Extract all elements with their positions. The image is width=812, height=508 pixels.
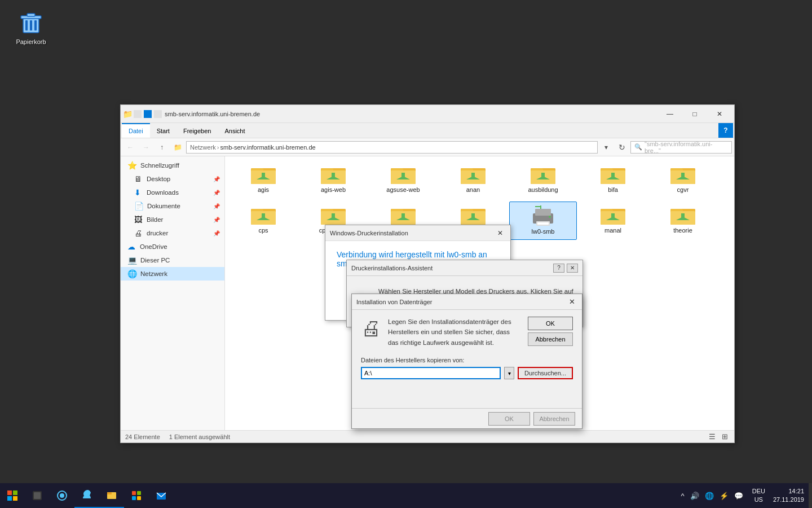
tray-arrow[interactable]: ^ bbox=[680, 491, 686, 501]
file-label-manal: manal bbox=[604, 227, 621, 234]
da-close-button[interactable]: ✕ bbox=[567, 264, 578, 273]
refresh-button[interactable]: ↻ bbox=[615, 140, 629, 155]
view-details-button[interactable]: ☰ bbox=[707, 432, 717, 442]
desktop-pin: 📌 bbox=[213, 176, 220, 182]
title-bar-icon-2 bbox=[144, 110, 152, 118]
dokumente-pin: 📌 bbox=[213, 203, 220, 209]
tray-battery[interactable]: ⚡ bbox=[718, 491, 730, 501]
file-item-anan[interactable]: anan bbox=[439, 161, 507, 199]
search-box[interactable]: 🔍 "smb-serv.informatik.uni-bre..." bbox=[630, 141, 732, 154]
file-item-bifa[interactable]: bifa bbox=[579, 161, 647, 199]
file-label-ausbildung: ausbildung bbox=[528, 186, 558, 194]
file-item-manal[interactable]: manal bbox=[579, 202, 647, 240]
window-title: smb-serv.informatik.uni-bremen.de bbox=[165, 111, 657, 117]
view-large-button[interactable]: ⊞ bbox=[720, 432, 730, 442]
clock-time: 14:21 bbox=[773, 487, 804, 496]
folder-button[interactable]: 📁 bbox=[170, 140, 185, 155]
dt-abbrechen-button[interactable]: Abbrechen bbox=[528, 332, 573, 346]
da-title-text: Druckerinstallations-Assistent bbox=[351, 265, 553, 271]
close-button[interactable]: ✕ bbox=[707, 105, 732, 123]
sidebar-item-onedrive[interactable]: ☁ OneDrive bbox=[121, 240, 224, 253]
svg-rect-65 bbox=[401, 213, 405, 220]
svg-rect-53 bbox=[262, 213, 265, 220]
search-icon: 🔍 bbox=[634, 143, 642, 151]
dt-path-input[interactable] bbox=[361, 367, 501, 379]
up-button[interactable]: ↑ bbox=[155, 140, 169, 155]
help-button[interactable]: ? bbox=[718, 123, 733, 138]
svg-rect-29 bbox=[471, 173, 475, 179]
sidebar-item-netzwerk[interactable]: 🌐 Netzwerk bbox=[121, 267, 224, 281]
minimize-button[interactable]: — bbox=[657, 105, 682, 123]
dt-close-button[interactable]: ✕ bbox=[566, 296, 577, 308]
file-item-cps[interactable]: cps bbox=[230, 202, 297, 240]
taskbar-explorer-button[interactable] bbox=[99, 483, 124, 508]
dropdown-button[interactable]: ▾ bbox=[599, 140, 614, 155]
svg-rect-23 bbox=[401, 173, 405, 179]
sidebar-item-bilder[interactable]: 🖼 Bilder 📌 bbox=[121, 213, 224, 226]
dt-desc-text: Legen Sie den Installationsdatenträger d… bbox=[388, 317, 521, 348]
dt-bottom-section: Dateien des Herstellers kopieren von: ▾ … bbox=[361, 357, 573, 379]
path-server: smb-serv.informatik.uni-bremen.de bbox=[220, 144, 316, 151]
dieserpc-icon: 💻 bbox=[127, 256, 137, 265]
taskbar-mail-button[interactable] bbox=[149, 483, 174, 508]
taskbar-cortana-button[interactable] bbox=[50, 483, 74, 508]
status-selected: 1 Element ausgewählt bbox=[169, 433, 230, 440]
onedrive-icon: ☁ bbox=[127, 242, 136, 251]
taskbar-tray: ^ 🔊 🌐 ⚡ 💬 bbox=[676, 483, 749, 508]
taskbar-search-button[interactable] bbox=[25, 483, 50, 508]
file-item-theorie[interactable]: theorie bbox=[649, 202, 717, 240]
title-bar: 📁 smb-serv.informatik.uni-bremen.de — □ … bbox=[121, 105, 734, 123]
file-item-cgvr[interactable]: cgvr bbox=[649, 161, 717, 199]
sidebar-item-schnellzugriff[interactable]: ⭐ Schnellzugriff bbox=[121, 159, 224, 172]
file-label-cps: cps bbox=[258, 227, 268, 234]
sidebar-item-desktop[interactable]: 🖥 Desktop 📌 bbox=[121, 172, 224, 186]
svg-rect-47 bbox=[681, 173, 685, 179]
tray-speaker[interactable]: 🔊 bbox=[689, 491, 700, 501]
path-netzwerk: Netzwerk bbox=[190, 144, 216, 151]
address-path[interactable]: Netzwerk › smb-serv.informatik.uni-breme… bbox=[186, 141, 598, 154]
svg-rect-41 bbox=[611, 173, 615, 179]
file-item-agis[interactable]: agis bbox=[230, 161, 297, 199]
tab-datei[interactable]: Datei bbox=[122, 123, 150, 138]
tab-start[interactable]: Start bbox=[150, 123, 176, 138]
tray-action-center[interactable]: 💬 bbox=[733, 491, 744, 501]
svg-rect-17 bbox=[332, 173, 335, 179]
sidebar-item-dokumente[interactable]: 📄 Dokumente 📌 bbox=[121, 199, 224, 213]
maximize-button[interactable]: □ bbox=[682, 105, 707, 123]
file-item-agisweb[interactable]: agis-web bbox=[299, 161, 367, 199]
dt-footer-ok-button[interactable]: OK bbox=[488, 412, 530, 426]
forward-button[interactable]: → bbox=[139, 140, 153, 155]
sidebar-item-drucker[interactable]: 🖨 drucker 📌 bbox=[121, 226, 224, 240]
start-button[interactable] bbox=[0, 483, 25, 508]
sidebar-item-dieserpc[interactable]: 💻 Dieser PC bbox=[121, 253, 224, 267]
tab-ansicht[interactable]: Ansicht bbox=[218, 123, 251, 138]
search-placeholder: "smb-serv.informatik.uni-bre..." bbox=[645, 141, 728, 154]
svg-rect-93 bbox=[7, 496, 12, 501]
tab-freigeben[interactable]: Freigeben bbox=[176, 123, 218, 138]
dt-footer-abbrechen-button[interactable]: Abbrechen bbox=[533, 412, 575, 426]
dt-ok-button[interactable]: OK bbox=[528, 317, 573, 330]
bilder-icon: 🖼 bbox=[134, 215, 143, 224]
taskbar-store-button[interactable] bbox=[124, 483, 149, 508]
da-title-bar: Druckerinstallations-Assistent ? ✕ bbox=[347, 260, 582, 276]
taskbar-show-desktop[interactable] bbox=[809, 483, 812, 508]
svg-rect-91 bbox=[7, 491, 12, 495]
tray-network[interactable]: 🌐 bbox=[704, 491, 715, 501]
printer-install-close[interactable]: ✕ bbox=[495, 227, 506, 239]
bilder-pin: 📌 bbox=[213, 217, 220, 223]
sidebar-item-downloads[interactable]: ⬇ Downloads 📌 bbox=[121, 186, 224, 199]
dt-dropdown-button[interactable]: ▾ bbox=[504, 367, 514, 379]
file-item-lw0smb[interactable]: lw0-smb bbox=[509, 202, 577, 240]
recycle-bin-icon[interactable]: Papierkorb bbox=[11, 9, 51, 45]
taskbar-clock[interactable]: 14:21 27.11.2019 bbox=[769, 487, 809, 505]
sidebar-label-onedrive: OneDrive bbox=[140, 243, 167, 250]
file-item-agsuseweb[interactable]: agsuse-web bbox=[369, 161, 437, 199]
sidebar-label-desktop: Desktop bbox=[147, 176, 170, 182]
da-help-button[interactable]: ? bbox=[553, 264, 564, 273]
file-item-ausbildung[interactable]: ausbildung bbox=[509, 161, 577, 199]
file-label-lw0smb: lw0-smb bbox=[532, 228, 555, 235]
taskbar-edge-button[interactable] bbox=[74, 483, 99, 508]
back-button[interactable]: ← bbox=[123, 140, 138, 155]
dt-browse-button[interactable]: Durchsuchen... bbox=[518, 367, 573, 379]
taskbar: ^ 🔊 🌐 ⚡ 💬 DEUUS 14:21 27.11.2019 bbox=[0, 483, 812, 508]
